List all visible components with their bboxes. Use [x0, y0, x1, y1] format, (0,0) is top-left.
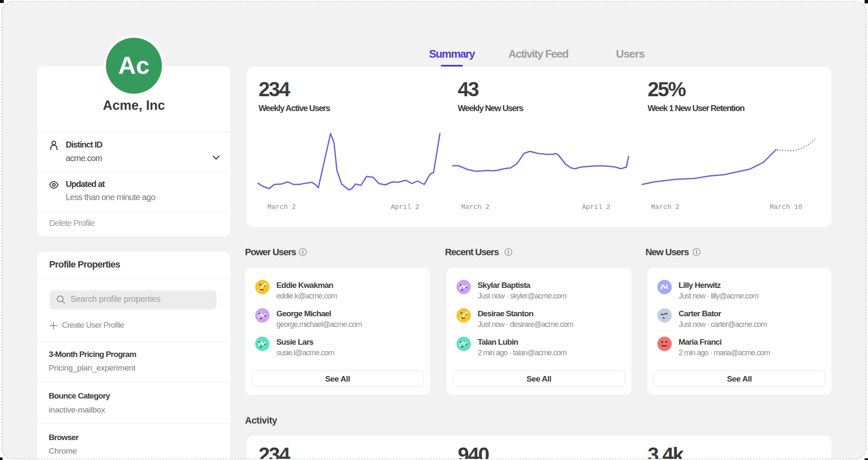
svg-text:i: i — [696, 249, 698, 255]
svg-text:i: i — [302, 249, 304, 255]
svg-text:i: i — [508, 249, 509, 255]
